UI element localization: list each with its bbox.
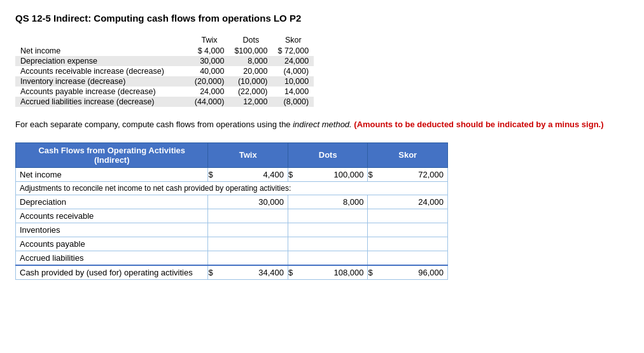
skor-adj-input-1[interactable] xyxy=(368,209,447,223)
row-label: Inventory increase (decrease) xyxy=(15,76,190,87)
dots-value: $100,000 xyxy=(229,46,272,56)
table-row: Accounts receivable increase (decrease) … xyxy=(15,66,314,76)
twix-total-dollar: $ xyxy=(208,268,214,277)
dots-adj-input-2[interactable] xyxy=(288,223,368,237)
row-label: Accrued liabilities increase (decrease) xyxy=(15,97,190,107)
row-label: Accounts receivable increase (decrease) xyxy=(15,66,190,76)
skor-adj-cell-2[interactable] xyxy=(368,223,448,237)
cash-flow-table: Cash Flows from Operating Activities (In… xyxy=(15,142,448,280)
adjustment-row: Accounts receivable xyxy=(16,209,448,223)
dots-total-cell[interactable]: $ xyxy=(288,265,368,280)
table-row: Inventory increase (decrease) (20,000) (… xyxy=(15,76,314,87)
dots-value: 20,000 xyxy=(229,66,272,76)
skor-value: 14,000 xyxy=(273,87,314,97)
row-label: Net income xyxy=(15,46,190,56)
dots-value: (22,000) xyxy=(229,87,272,97)
dots-adj-input-3[interactable] xyxy=(288,237,368,251)
dots-net-income-input[interactable] xyxy=(294,168,367,181)
skor-adj-cell-1[interactable] xyxy=(368,209,448,223)
adjustment-row: Accrued liabilities xyxy=(16,251,448,265)
twix-adj-input-0[interactable] xyxy=(208,195,288,209)
dots-total-input[interactable] xyxy=(294,266,367,279)
page-title: QS 12-5 Indirect: Computing cash flows f… xyxy=(15,13,629,24)
twix-net-income-input[interactable] xyxy=(214,168,288,181)
skor-total-dollar: $ xyxy=(368,268,374,277)
skor-net-income-input[interactable] xyxy=(374,168,447,181)
reference-table: Twix Dots Skor Net income $ 4,000 $100,0… xyxy=(15,35,314,107)
table-row: Accrued liabilities increase (decrease) … xyxy=(15,97,314,107)
total-row: Cash provided by (used for) operating ac… xyxy=(16,265,448,280)
dots-adj-cell-4[interactable] xyxy=(288,251,368,265)
twix-total-cell[interactable]: $ xyxy=(208,265,288,280)
skor-value: 24,000 xyxy=(273,56,314,66)
col-header-twix: Twix xyxy=(208,142,288,167)
skor-value: $ 72,000 xyxy=(273,46,314,56)
skor-adj-cell-4[interactable] xyxy=(368,251,448,265)
adjustment-row: Depreciation xyxy=(16,195,448,209)
table-row: Accounts payable increase (decrease) 24,… xyxy=(15,87,314,97)
twix-adj-cell-3[interactable] xyxy=(208,237,288,251)
twix-adj-input-2[interactable] xyxy=(208,223,288,237)
twix-value: 30,000 xyxy=(190,56,230,66)
table-row: Net income $ 4,000 $100,000 $ 72,000 xyxy=(15,46,314,56)
twix-value: 40,000 xyxy=(190,66,230,76)
dots-adj-cell-2[interactable] xyxy=(288,223,368,237)
instruction-text: For each separate company, compute cash … xyxy=(15,118,629,131)
adjustment-label: Depreciation xyxy=(16,195,208,209)
skor-dollar: $ xyxy=(368,170,374,179)
dots-value: 12,000 xyxy=(229,97,272,107)
skor-net-income-cell[interactable]: $ xyxy=(368,167,448,181)
twix-dollar: $ xyxy=(208,170,214,179)
skor-value: 10,000 xyxy=(273,76,314,87)
dots-value: 8,000 xyxy=(229,56,272,66)
twix-adj-cell-2[interactable] xyxy=(208,223,288,237)
skor-adj-cell-3[interactable] xyxy=(368,237,448,251)
twix-adj-cell-4[interactable] xyxy=(208,251,288,265)
net-income-row: Net income $ $ $ xyxy=(16,167,448,181)
col-header-skor: Skor xyxy=(368,142,448,167)
twix-value: (44,000) xyxy=(190,97,230,107)
skor-adj-input-2[interactable] xyxy=(368,223,447,237)
skor-adj-input-0[interactable] xyxy=(368,195,447,209)
dots-net-income-cell[interactable]: $ xyxy=(288,167,368,181)
skor-adj-input-3[interactable] xyxy=(368,237,447,251)
row-label: Accounts payable increase (decrease) xyxy=(15,87,190,97)
dots-total-dollar: $ xyxy=(288,268,294,277)
skor-value: (8,000) xyxy=(273,97,314,107)
twix-net-income-cell[interactable]: $ xyxy=(208,167,288,181)
adjustment-label: Inventories xyxy=(16,223,208,237)
adjustment-label: Accrued liabilities xyxy=(16,251,208,265)
adjustment-row: Accounts payable xyxy=(16,237,448,251)
dots-adj-cell-0[interactable] xyxy=(288,195,368,209)
dots-adj-input-4[interactable] xyxy=(288,251,368,265)
row-label: Depreciation expense xyxy=(15,56,190,66)
table-row: Depreciation expense 30,000 8,000 24,000 xyxy=(15,56,314,66)
adjustment-label: Accounts payable xyxy=(16,237,208,251)
twix-value: (20,000) xyxy=(190,76,230,87)
twix-adj-input-3[interactable] xyxy=(208,237,288,251)
table-title: Cash Flows from Operating Activities (In… xyxy=(16,142,208,167)
dots-adj-input-0[interactable] xyxy=(288,195,368,209)
skor-value: (4,000) xyxy=(273,66,314,76)
dots-adj-cell-1[interactable] xyxy=(288,209,368,223)
adjustments-label-row: Adjustments to reconcile net income to n… xyxy=(16,181,448,195)
adjustment-label: Accounts receivable xyxy=(16,209,208,223)
twix-adj-cell-1[interactable] xyxy=(208,209,288,223)
twix-total-input[interactable] xyxy=(214,266,288,279)
dots-adj-input-1[interactable] xyxy=(288,209,368,223)
twix-adj-cell-0[interactable] xyxy=(208,195,288,209)
twix-adj-input-1[interactable] xyxy=(208,209,288,223)
net-income-label: Net income xyxy=(16,167,208,181)
dots-value: (10,000) xyxy=(229,76,272,87)
twix-value: $ 4,000 xyxy=(190,46,230,56)
skor-adj-cell-0[interactable] xyxy=(368,195,448,209)
adjustment-row: Inventories xyxy=(16,223,448,237)
skor-total-input[interactable] xyxy=(374,266,447,279)
skor-adj-input-4[interactable] xyxy=(368,251,447,265)
col-header-dots: Dots xyxy=(288,142,368,167)
adjustments-label: Adjustments to reconcile net income to n… xyxy=(16,181,448,195)
skor-total-cell[interactable]: $ xyxy=(368,265,448,280)
twix-value: 24,000 xyxy=(190,87,230,97)
twix-adj-input-4[interactable] xyxy=(208,251,288,265)
dots-adj-cell-3[interactable] xyxy=(288,237,368,251)
